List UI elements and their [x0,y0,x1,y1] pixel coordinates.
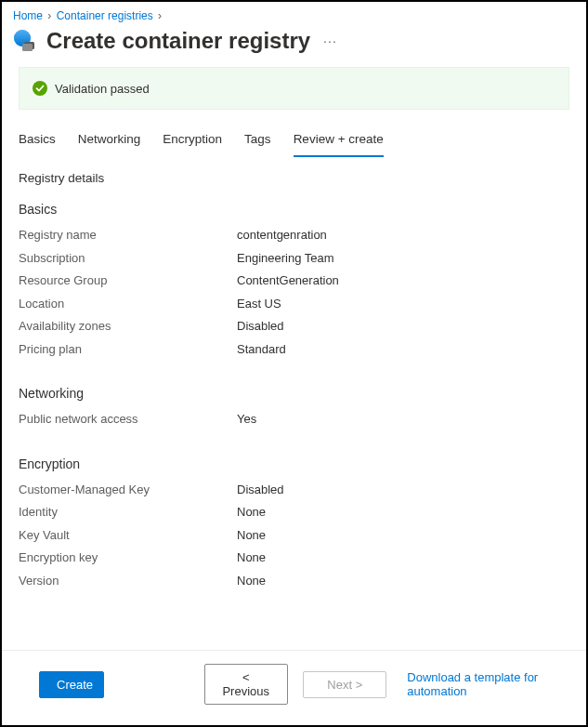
previous-button[interactable]: < Previous [204,664,288,705]
value: None [237,572,266,590]
value: ContentGeneration [237,271,339,290]
section-basics: Basics Registry name contentgenration Su… [19,202,569,358]
label: Encryption key [19,549,237,567]
tab-basics[interactable]: Basics [19,125,56,157]
container-registry-icon [13,29,37,53]
label: Version [19,572,237,590]
row-pricing-plan: Pricing plan Standard [19,340,569,359]
label: Customer-Managed Key [19,481,237,499]
section-title-networking: Networking [19,386,569,401]
value: Disabled [237,317,284,336]
value: None [237,526,266,545]
create-button[interactable]: Create [39,671,104,698]
row-location: Location East US [19,295,569,313]
value: East US [237,295,281,313]
label: Registry name [19,226,237,245]
label: Resource Group [19,271,237,290]
chevron-right-icon: › [158,9,162,22]
registry-details-heading: Registry details [19,171,569,185]
value: Yes [237,410,256,429]
label: Key Vault [19,526,237,545]
label: Public network access [19,410,237,429]
breadcrumb-registries[interactable]: Container registries [57,9,153,22]
tab-encryption[interactable]: Encryption [163,125,222,157]
row-key-vault: Key Vault None [19,526,569,545]
breadcrumb-home[interactable]: Home [13,9,43,22]
title-row: Create container registry ··· [2,24,586,67]
row-availability-zones: Availability zones Disabled [19,317,569,336]
tab-tags[interactable]: Tags [244,125,271,157]
success-check-icon [33,81,47,96]
label: Location [19,295,237,313]
row-public-access: Public network access Yes [19,410,569,429]
section-title-basics: Basics [19,202,569,217]
section-encryption: Encryption Customer-Managed Key Disabled… [19,456,569,590]
tabs: Basics Networking Encryption Tags Review… [2,117,586,158]
download-template-link[interactable]: Download a template for automation [407,670,568,698]
value: contentgenration [237,226,327,245]
label: Subscription [19,249,237,268]
row-subscription: Subscription Engineering Team [19,249,569,268]
row-registry-name: Registry name contentgenration [19,226,569,245]
section-title-encryption: Encryption [19,456,569,471]
row-identity: Identity None [19,503,569,522]
breadcrumb: Home › Container registries › [2,2,586,24]
footer: Create < Previous Next > Download a temp… [2,650,586,725]
value: None [237,503,266,522]
row-cmk: Customer-Managed Key Disabled [19,481,569,499]
label: Identity [19,503,237,522]
value: Engineering Team [237,249,334,268]
more-actions-button[interactable]: ··· [323,33,337,48]
tab-review-create[interactable]: Review + create [294,125,384,157]
page-title: Create container registry [46,28,310,54]
row-version: Version None [19,572,569,590]
validation-message: Validation passed [55,82,150,96]
next-button: Next > [303,671,386,698]
section-networking: Networking Public network access Yes [19,386,569,429]
svg-rect-3 [22,44,33,51]
value: None [237,549,266,567]
row-resource-group: Resource Group ContentGeneration [19,271,569,290]
value: Standard [237,340,286,359]
validation-banner: Validation passed [19,67,569,110]
tab-networking[interactable]: Networking [78,125,141,157]
label: Pricing plan [19,340,237,359]
value: Disabled [237,481,284,499]
svg-point-4 [33,81,47,96]
row-encryption-key: Encryption key None [19,549,569,567]
chevron-right-icon: › [47,9,51,22]
label: Availability zones [19,317,237,336]
